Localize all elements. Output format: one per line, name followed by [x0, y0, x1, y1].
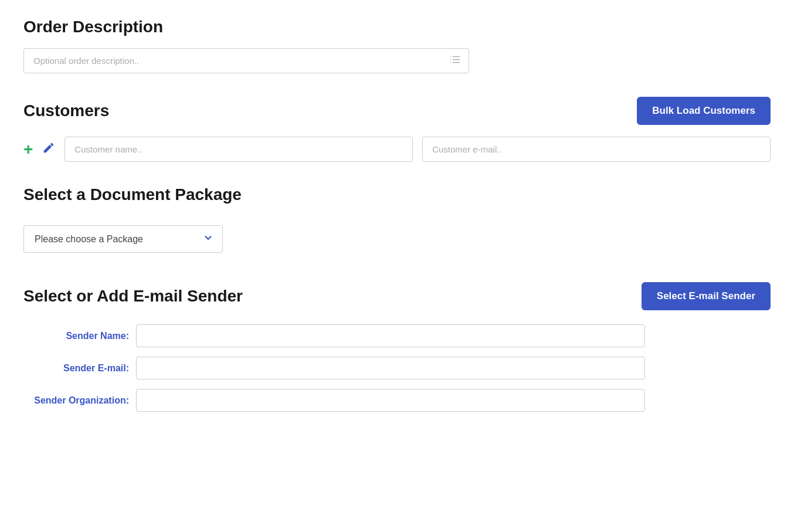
add-customer-icon[interactable]: + — [23, 141, 33, 158]
package-select-wrapper: Please choose a Package — [23, 225, 223, 253]
email-sender-header: Select or Add E-mail Sender Select E-mai… — [23, 282, 771, 310]
sender-name-label: Sender Name: — [23, 331, 129, 341]
sender-email-input[interactable] — [136, 357, 645, 379]
sender-email-label: Sender E-mail: — [23, 363, 129, 374]
sender-organization-label: Sender Organization: — [23, 395, 129, 406]
customers-section: Customers Bulk Load Customers + — [23, 97, 771, 162]
bulk-load-customers-button[interactable]: Bulk Load Customers — [637, 97, 771, 125]
list-icon — [449, 53, 461, 68]
customers-title: Customers — [23, 101, 109, 120]
edit-customer-icon[interactable] — [42, 141, 55, 157]
order-description-wrapper — [23, 48, 469, 73]
sender-form: Sender Name: Sender E-mail: Sender Organ… — [23, 324, 645, 412]
sender-organization-input[interactable] — [136, 389, 645, 412]
order-description-input[interactable] — [23, 48, 469, 73]
customer-name-input[interactable] — [65, 137, 413, 162]
email-sender-section: Select or Add E-mail Sender Select E-mai… — [23, 282, 771, 412]
select-email-sender-button[interactable]: Select E-mail Sender — [642, 282, 771, 310]
customers-inputs-row: + — [23, 137, 771, 162]
customer-email-input[interactable] — [422, 137, 771, 162]
document-package-title: Select a Document Package — [23, 185, 771, 204]
order-description-section: Order Description — [23, 18, 771, 73]
order-description-title: Order Description — [23, 18, 771, 36]
email-sender-title: Select or Add E-mail Sender — [23, 287, 243, 306]
package-select[interactable]: Please choose a Package — [23, 225, 223, 253]
document-package-section: Select a Document Package Please choose … — [23, 185, 771, 253]
customers-header: Customers Bulk Load Customers — [23, 97, 771, 125]
sender-name-input[interactable] — [136, 324, 645, 347]
